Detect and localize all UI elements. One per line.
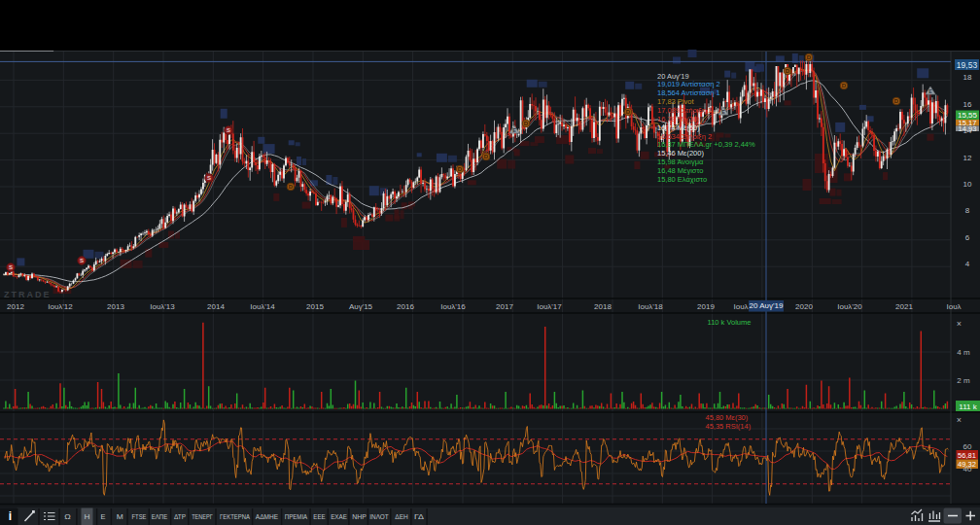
svg-text:111 k: 111 k (959, 402, 977, 411)
svg-text:Ιουλ: Ιουλ (946, 302, 961, 311)
svg-text:40: 40 (963, 465, 972, 473)
svg-text:D: D (894, 98, 899, 104)
svg-text:Ιουλ: Ιουλ (733, 302, 748, 311)
svg-text:×: × (957, 415, 962, 425)
svg-text:ΔΕΗ: ΔΕΗ (395, 512, 408, 521)
svg-text:19,019 Αντίσταση 2: 19,019 Αντίσταση 2 (657, 80, 720, 88)
svg-text:ΕΧΑΕ: ΕΧΑΕ (331, 512, 347, 521)
svg-text:S: S (9, 264, 13, 270)
svg-text:19,53: 19,53 (957, 60, 978, 70)
svg-text:Η: Η (85, 512, 90, 521)
svg-text:2020: 2020 (795, 302, 813, 311)
svg-text:Ιουλ'18: Ιουλ'18 (638, 302, 663, 311)
svg-text:ΔΤΡ: ΔΤΡ (174, 512, 186, 521)
svg-text:17,089 Στήριξη 1: 17,089 Στήριξη 1 (657, 106, 712, 115)
svg-text:16,74 Με(50): 16,74 Με(50) (657, 123, 700, 132)
svg-text:12: 12 (963, 154, 972, 162)
svg-text:110 k Volume: 110 k Volume (708, 318, 752, 327)
svg-text:2018: 2018 (594, 302, 612, 311)
svg-text:ΤΕΝΕΡΓ: ΤΕΝΕΡΓ (192, 512, 213, 521)
svg-text:2014: 2014 (207, 302, 225, 311)
svg-text:2015: 2015 (306, 302, 324, 311)
svg-text:45,80 Με(30): 45,80 Με(30) (706, 413, 749, 422)
svg-text:Ε: Ε (101, 512, 106, 521)
svg-text:D: D (626, 109, 631, 115)
svg-text:D: D (289, 184, 294, 190)
svg-text:Αυγ'15: Αυγ'15 (349, 302, 373, 311)
svg-text:×: × (957, 319, 962, 329)
svg-text:D: D (524, 121, 529, 126)
svg-text:S: S (207, 175, 211, 181)
svg-text:16,48 Μέγιστο: 16,48 Μέγιστο (657, 166, 704, 175)
svg-text:2016: 2016 (397, 302, 414, 311)
svg-text:6: 6 (965, 233, 970, 242)
svg-text:2013: 2013 (107, 302, 124, 311)
svg-text:2 m: 2 m (957, 376, 970, 385)
svg-text:Μ: Μ (117, 512, 123, 521)
svg-text:14,93: 14,93 (959, 124, 977, 133)
svg-text:ΕΕΕ: ΕΕΕ (313, 512, 325, 521)
svg-text:Ιουλ'13: Ιουλ'13 (150, 302, 175, 311)
svg-text:Ιουλ'12: Ιουλ'12 (48, 302, 73, 311)
svg-text:2021: 2021 (895, 302, 913, 311)
svg-text:Ιουλ'20: Ιουλ'20 (837, 302, 862, 311)
svg-text:D: D (484, 154, 489, 159)
svg-text:2012: 2012 (7, 302, 24, 311)
svg-text:Ιουλ'14: Ιουλ'14 (250, 302, 275, 311)
svg-text:16,78 Με(30): 16,78 Με(30) (657, 115, 700, 123)
svg-text:15,80 Ελάχιστο: 15,80 Ελάχιστο (657, 175, 707, 184)
svg-text:4: 4 (965, 260, 970, 268)
svg-text:S: S (80, 258, 84, 263)
svg-text:8: 8 (965, 206, 970, 215)
svg-text:i: i (9, 509, 12, 523)
svg-text:16,634 Στήριξη 2: 16,634 Στήριξη 2 (657, 132, 712, 141)
svg-text:E: E (721, 109, 725, 115)
svg-text:Ιουλ'16: Ιουλ'16 (440, 302, 466, 311)
svg-text:S: S (227, 127, 230, 133)
svg-text:56,81: 56,81 (958, 451, 976, 460)
svg-text:D: D (807, 54, 812, 60)
svg-text:ΙΝΛΟΤ: ΙΝΛΟΤ (369, 512, 388, 521)
svg-text:E: E (928, 88, 932, 94)
svg-text:ΑΔΜΗΕ: ΑΔΜΗΕ (256, 512, 278, 521)
svg-text:17,83 Pivot: 17,83 Pivot (657, 97, 694, 106)
svg-text:ΝΗΡ: ΝΗΡ (352, 512, 367, 521)
svg-text:ΕΛΠΕ: ΕΛΠΕ (152, 512, 168, 521)
svg-text:D: D (458, 166, 463, 172)
svg-text:ZTRADE: ZTRADE (4, 290, 52, 299)
svg-text:16,37 ΜΠΕΛΑ.gr +0,39 2,44%: 16,37 ΜΠΕΛΑ.gr +0,39 2,44% (657, 140, 755, 149)
svg-text:60: 60 (963, 442, 972, 451)
svg-text:18,564 Αντίσταση 1: 18,564 Αντίσταση 1 (657, 88, 720, 97)
svg-text:ΓΕΚΤΕΡΝΑ: ΓΕΚΤΕΡΝΑ (220, 512, 250, 521)
svg-text:2017: 2017 (496, 302, 513, 311)
svg-text:FTSE: FTSE (132, 512, 147, 521)
svg-text:Ιουλ'17: Ιουλ'17 (537, 302, 562, 311)
svg-text:ΓΔ: ΓΔ (414, 512, 425, 521)
svg-text:Ω: Ω (64, 512, 71, 521)
svg-text:D: D (786, 68, 790, 74)
svg-text:E: E (512, 127, 516, 133)
svg-text:20 Αυγ'19: 20 Αυγ'19 (750, 301, 784, 310)
svg-text:16: 16 (963, 100, 972, 109)
svg-text:20 Αυγ'19: 20 Αυγ'19 (657, 72, 689, 81)
svg-text:ΠΡΕΜΙΑ: ΠΡΕΜΙΑ (285, 512, 308, 521)
svg-text:18: 18 (963, 73, 972, 82)
svg-text:10: 10 (963, 180, 972, 189)
svg-text:D: D (842, 83, 847, 88)
svg-text:15,46 Με(200): 15,46 Με(200) (657, 149, 704, 158)
svg-text:4 m: 4 m (957, 348, 970, 357)
svg-text:15,98 Άνοιγμα: 15,98 Άνοιγμα (657, 158, 704, 166)
svg-text:45,35 RSI(14): 45,35 RSI(14) (706, 422, 752, 431)
svg-text:2019: 2019 (697, 302, 715, 311)
